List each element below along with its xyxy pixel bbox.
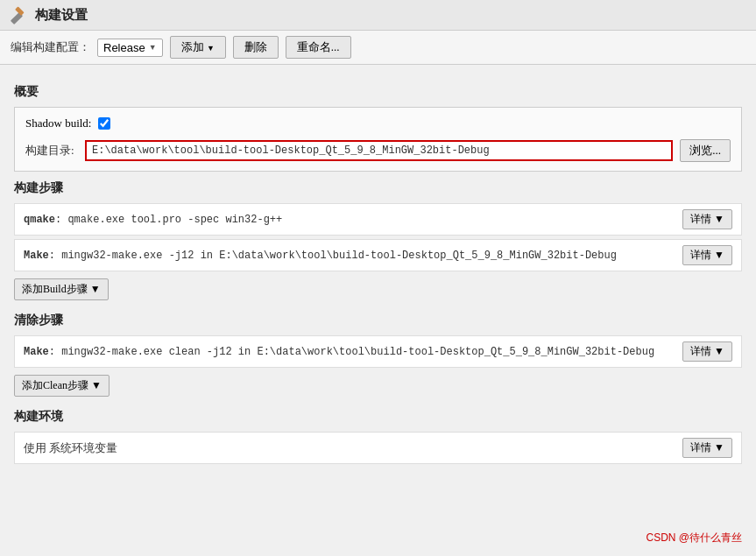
clean-step-row-1: Make: mingw32-make.exe clean -j12 in E:\… xyxy=(14,335,742,368)
build-step-details-1[interactable]: 详情 ▼ xyxy=(682,209,732,229)
overview-title: 概要 xyxy=(14,84,742,100)
config-dropdown[interactable]: Release ▼ xyxy=(97,39,163,57)
build-step-details-2[interactable]: 详情 ▼ xyxy=(682,245,732,265)
details-arrow-icon-1: ▼ xyxy=(714,213,724,226)
delete-button[interactable]: 删除 xyxy=(233,36,279,59)
dropdown-arrow-icon: ▼ xyxy=(149,43,157,52)
build-dir-input[interactable] xyxy=(85,140,673,161)
watermark: CSDN @待什么青丝 xyxy=(646,531,742,545)
shadow-build-checkbox[interactable] xyxy=(98,117,110,130)
build-step-text-1: qmake: qmake.exe tool.pro -spec win32-g+… xyxy=(24,214,682,226)
add-clean-step-button[interactable]: 添加Clean步骤 ▼ xyxy=(14,375,110,397)
content-area: 概要 Shadow build: 构建目录: 浏览... 构建步骤 qmake:… xyxy=(0,65,756,475)
build-step-cmd-1: qmake xyxy=(24,214,55,226)
build-dir-row: 构建目录: 浏览... xyxy=(25,139,731,162)
config-label: 编辑构建配置： xyxy=(11,39,90,55)
build-env-title: 构建环境 xyxy=(14,409,742,425)
details-arrow-icon-2: ▼ xyxy=(714,249,724,262)
env-details-button[interactable]: 详情 ▼ xyxy=(682,438,732,458)
clean-step-cmd-1: Make xyxy=(24,346,49,358)
browse-button[interactable]: 浏览... xyxy=(680,139,731,162)
rename-button[interactable]: 重命名... xyxy=(286,36,351,59)
clean-step-details-1[interactable]: 详情 ▼ xyxy=(682,341,732,362)
shadow-build-row: Shadow build: xyxy=(25,116,731,130)
add-build-arrow-icon: ▼ xyxy=(90,283,101,296)
add-clean-arrow-icon: ▼ xyxy=(91,379,102,392)
hammer-icon xyxy=(9,5,28,25)
add-button[interactable]: 添加 ▼ xyxy=(170,36,226,59)
env-details-arrow-icon: ▼ xyxy=(714,441,724,454)
env-row: 使用 系统环境变量 详情 ▼ xyxy=(14,432,742,464)
build-step-row-1: qmake: qmake.exe tool.pro -spec win32-g+… xyxy=(14,203,742,236)
header-bar: 构建设置 xyxy=(0,0,756,31)
page-wrapper: 构建设置 编辑构建配置： Release ▼ 添加 ▼ 删除 重命名... 概要… xyxy=(0,0,756,556)
clean-step-text-1: Make: mingw32-make.exe clean -j12 in E:\… xyxy=(24,346,682,358)
build-step-cmd-2: Make xyxy=(24,250,49,262)
build-steps-title: 构建步骤 xyxy=(14,180,742,196)
clean-steps-title: 清除步骤 xyxy=(14,313,742,328)
env-text: 使用 系统环境变量 xyxy=(24,440,682,456)
build-step-text-2: Make: mingw32-make.exe -j12 in E:\data\w… xyxy=(24,250,682,262)
shadow-build-label: Shadow build: xyxy=(25,116,91,130)
build-step-row-2: Make: mingw32-make.exe -j12 in E:\data\w… xyxy=(14,239,742,271)
page-title: 构建设置 xyxy=(35,7,88,24)
clean-details-arrow-icon: ▼ xyxy=(714,345,724,358)
overview-box: Shadow build: 构建目录: 浏览... xyxy=(14,107,742,172)
add-build-step-button[interactable]: 添加Build步骤 ▼ xyxy=(14,278,109,300)
config-value: Release xyxy=(103,41,145,54)
toolbar: 编辑构建配置： Release ▼ 添加 ▼ 删除 重命名... xyxy=(0,31,756,65)
build-dir-label: 构建目录: xyxy=(25,143,78,158)
add-arrow-icon: ▼ xyxy=(207,44,215,53)
